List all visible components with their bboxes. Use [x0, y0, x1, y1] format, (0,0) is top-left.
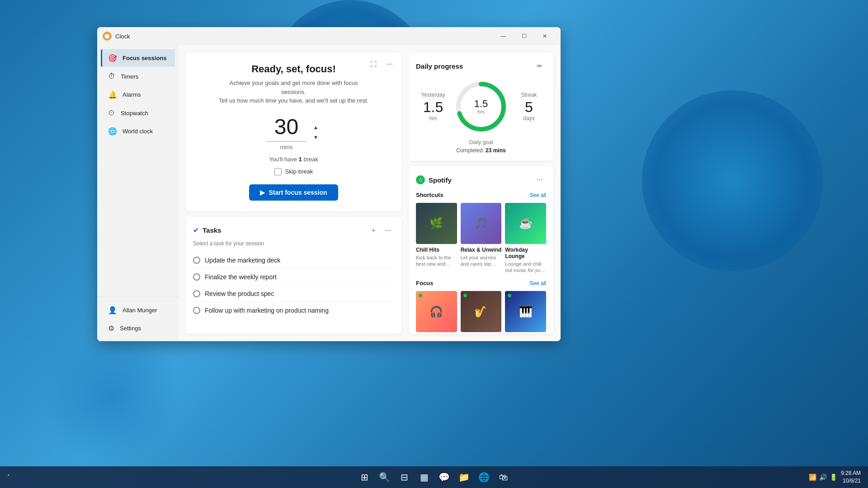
playlist-chill-hits[interactable]: 🌿 Chill Hits Kick back to the best new a… — [416, 203, 457, 273]
spotify-header: ♫ Spotify ⋯ — [416, 174, 546, 186]
streak-value: 5 — [512, 100, 546, 114]
store-button[interactable]: 🛍 — [495, 468, 513, 486]
clock-display[interactable]: 9:28 AM 10/6/21 — [841, 469, 861, 485]
chat-button[interactable]: 💬 — [435, 468, 453, 486]
task-view-button[interactable]: ⊟ — [395, 468, 413, 486]
spotify-logo: ♫ — [416, 175, 425, 184]
edit-progress-button[interactable]: ✏ — [533, 60, 546, 72]
taskbar-right: 📶 🔊 🔋 9:28 AM 10/6/21 — [809, 469, 861, 485]
start-focus-session-button[interactable]: ▶ Start focus session — [249, 184, 338, 201]
sidebar-item-label: Alarms — [123, 91, 141, 98]
focus-card-header: ⛶ ⋯ — [367, 58, 396, 70]
widgets-button[interactable]: ▦ — [415, 468, 433, 486]
focus-subtitle: Achieve your goals and get more done wit… — [217, 79, 371, 105]
tasks-more-button[interactable]: ⋯ — [382, 224, 394, 237]
task-label-2: Finalize the weekly report — [205, 273, 277, 281]
sidebar-item-stopwatch[interactable]: ⏲ Stopwatch — [101, 104, 175, 122]
focus-card: ⛶ ⋯ Ready, set, focus! Achieve your goal… — [186, 52, 401, 211]
focus-sessions-icon: 🎯 — [108, 54, 117, 62]
focus-grid: 🎧 Mellow Beats Stay relaxed with these l… — [416, 291, 546, 334]
skip-break: Skip break — [197, 168, 391, 175]
play-icon: ▶ — [260, 189, 265, 196]
skip-break-label: Skip break — [285, 168, 313, 175]
task-item-4[interactable]: Follow up with marketing on product nami… — [193, 302, 394, 319]
time-selector: 30 mins ▲ ▼ — [197, 114, 391, 150]
sidebar-item-label: World clock — [123, 128, 153, 135]
task-item-1[interactable]: Update the marketing deck — [193, 252, 394, 269]
spotify-title: Spotify — [429, 176, 533, 184]
settings-label: Settings — [120, 325, 141, 332]
world-clock-icon: 🌐 — [108, 127, 117, 136]
maximize-button[interactable]: ☐ — [514, 29, 534, 43]
network-icon[interactable]: 📶 — [809, 474, 816, 481]
sidebar-item-alarms[interactable]: 🔔 Alarms — [101, 86, 175, 103]
close-button[interactable]: ✕ — [534, 29, 555, 43]
shortcuts-see-all[interactable]: See all — [529, 192, 546, 198]
chill-hits-name: Chill Hits — [416, 247, 457, 253]
timers-icon: ⏱ — [108, 72, 115, 80]
focus-section-title: Focus — [416, 280, 529, 286]
settings-icon: ⚙ — [108, 324, 114, 333]
sidebar-item-focus-sessions[interactable]: 🎯 Focus sessions — [101, 49, 175, 67]
yesterday-label: Yesterday — [416, 92, 450, 98]
task-label-3: Review the product spec — [205, 290, 274, 297]
edge-button[interactable]: 🌐 — [475, 468, 493, 486]
task-item-3[interactable]: Review the product spec — [193, 286, 394, 302]
add-task-button[interactable]: ＋ — [367, 224, 380, 237]
playlist-soul-coffee[interactable]: 🎷 Soul Coffee The tunes to ease you into… — [461, 291, 502, 334]
relax-thumb: 🎵 — [461, 203, 502, 244]
instrumental-thumb: 🎹 — [505, 291, 546, 332]
sidebar-item-world-clock[interactable]: 🌐 World clock — [101, 122, 175, 140]
chill-hits-desc: Kick back to the best new and rece... — [416, 254, 457, 267]
alarms-icon: 🔔 — [108, 90, 117, 99]
window-title: Clock — [115, 33, 493, 40]
titlebar: 🕐 Clock — ☐ ✕ — [97, 27, 561, 45]
battery-icon[interactable]: 🔋 — [830, 474, 837, 481]
time-unit: mins — [266, 144, 307, 150]
task-item-2[interactable]: Finalize the weekly report — [193, 269, 394, 286]
task-radio-3[interactable] — [193, 290, 200, 297]
workday-desc: Lounge and chill out music for your wor.… — [505, 261, 546, 274]
time-increment-button[interactable]: ▲ — [311, 123, 321, 132]
minimize-button[interactable]: — — [493, 29, 514, 43]
sidebar-item-settings[interactable]: ⚙ Settings — [101, 319, 175, 337]
taskbar-time: 9:28 AM — [841, 469, 861, 477]
shortcuts-title: Shortcuts — [416, 192, 529, 198]
window-body: 🎯 Focus sessions ⏱ Timers 🔔 Alarms ⏲ Sto… — [97, 45, 561, 341]
goal-unit: hrs — [474, 109, 488, 114]
spotify-more-button[interactable]: ⋯ — [533, 174, 546, 186]
streak-unit: days — [512, 115, 546, 122]
playlist-instrumental-study[interactable]: 🎹 Instrumental Study A soft musical back… — [505, 291, 546, 334]
relax-name: Relax & Unwind — [461, 247, 502, 253]
goal-label: Daily goal — [416, 139, 546, 145]
task-radio-4[interactable] — [193, 307, 200, 314]
playlist-mellow-beats[interactable]: 🎧 Mellow Beats Stay relaxed with these l… — [416, 291, 457, 334]
sidebar-item-timers[interactable]: ⏱ Timers — [101, 68, 175, 85]
progress-header: Daily progress ✏ — [416, 60, 546, 72]
task-radio-2[interactable] — [193, 273, 200, 281]
more-options-icon[interactable]: ⋯ — [383, 58, 396, 70]
sidebar-item-user[interactable]: 👤 Allan Munger — [101, 301, 175, 319]
task-label-1: Update the marketing deck — [205, 257, 280, 264]
tasks-actions: ＋ ⋯ — [367, 224, 394, 237]
soul-dot — [463, 294, 467, 297]
playlist-workday-lounge[interactable]: ☕ Workday Lounge Lounge and chill out mu… — [505, 203, 546, 273]
file-explorer-button[interactable]: 📁 — [455, 468, 473, 486]
task-radio-1[interactable] — [193, 257, 200, 264]
sidebar: 🎯 Focus sessions ⏱ Timers 🔔 Alarms ⏲ Sto… — [97, 45, 179, 341]
taskbar: ˄ ⊞ 🔍 ⊟ ▦ 💬 📁 🌐 🛍 📶 🔊 🔋 9:28 AM 10/6/21 — [0, 466, 868, 488]
time-display: 30 mins — [266, 114, 307, 150]
start-button[interactable]: ⊞ — [355, 468, 373, 486]
progress-stats: Yesterday 1.5 hrs 1.5 hrs — [416, 80, 546, 134]
taskbar-chevron[interactable]: ˄ — [7, 474, 10, 480]
search-button[interactable]: 🔍 — [375, 468, 393, 486]
mellow-thumb: 🎧 — [416, 291, 457, 332]
focus-see-all[interactable]: See all — [529, 280, 546, 286]
fullscreen-icon[interactable]: ⛶ — [367, 58, 380, 70]
user-icon: 👤 — [108, 306, 117, 314]
skip-break-checkbox[interactable] — [274, 168, 282, 175]
volume-icon[interactable]: 🔊 — [819, 474, 827, 481]
yesterday-unit: hrs — [416, 115, 450, 122]
time-decrement-button[interactable]: ▼ — [311, 133, 321, 142]
playlist-relax-unwind[interactable]: 🎵 Relax & Unwind Let your worries and ca… — [461, 203, 502, 273]
